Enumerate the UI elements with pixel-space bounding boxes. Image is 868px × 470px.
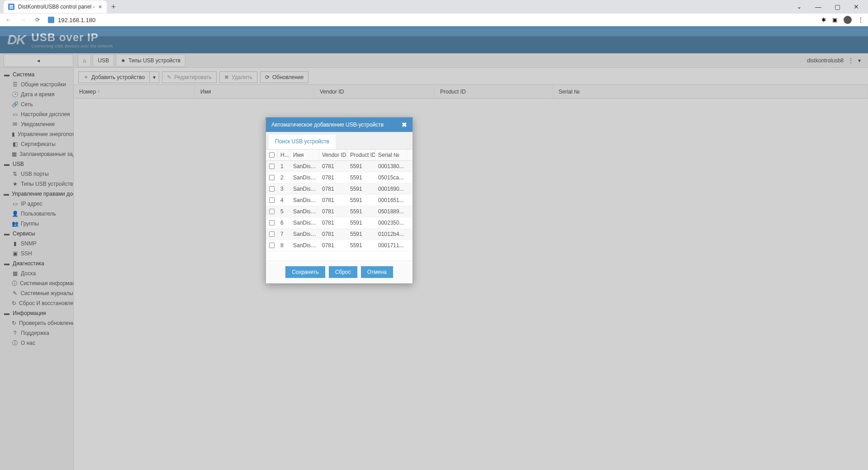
table-row[interactable]: 2SanDisk ...0781559105015ca... (266, 172, 413, 183)
sidebar-item-sysinfo[interactable]: ⓘСистемная информация (0, 278, 73, 288)
sidebar-item-ssh[interactable]: ▣SSH (0, 249, 73, 258)
col-product[interactable]: Product ID (435, 85, 553, 98)
row-checkbox[interactable] (266, 243, 278, 248)
sidebar-item-general[interactable]: ☰Общие настройки (0, 80, 73, 89)
address-bar: ← → ⟳ 192.168.1.180 ✱ ▣ ⋮ (0, 14, 868, 26)
table-row[interactable]: 6SanDisk ...078155910002350... (266, 217, 413, 229)
row-checkbox[interactable] (266, 164, 278, 169)
home-button[interactable]: ⌂ (78, 54, 91, 67)
cancel-button[interactable]: Отмена (361, 266, 393, 278)
sidebar-item-syslog[interactable]: ✎Системные журналы (0, 288, 73, 298)
id-icon: ▭ (12, 201, 18, 207)
menu-icon[interactable]: ⋮ (858, 17, 863, 23)
sidebar-group-system[interactable]: ▬Система (0, 70, 73, 80)
table-row[interactable]: 1SanDisk ...078155910001380... (266, 161, 413, 172)
table-row[interactable]: 8SanDisk ...078155910001711... (266, 240, 413, 251)
sidebar-group-usb[interactable]: ▬USB (0, 159, 73, 169)
row-checkbox[interactable] (266, 175, 278, 180)
reload-icon[interactable]: ⟳ (33, 16, 42, 24)
cell-name: SanDisk ... (290, 220, 319, 226)
row-checkbox[interactable] (266, 220, 278, 226)
breadcrumb-usb[interactable]: USB (93, 54, 114, 67)
sidebar-item-groups[interactable]: 👥Группы (0, 219, 73, 229)
back-icon[interactable]: ← (5, 16, 13, 24)
mcol-product[interactable]: Product ID (347, 150, 375, 160)
sidebar-group-access[interactable]: ▬Управление правами досту (0, 189, 73, 199)
sidebar-item-display[interactable]: ▭Настройки дисплея (0, 109, 73, 119)
new-tab-button[interactable]: + (111, 2, 116, 12)
site-info-icon[interactable] (48, 17, 54, 23)
sidebar-collapse-button[interactable]: ◂ (4, 54, 73, 67)
breadcrumb-types[interactable]: ★ Типы USB устройств (116, 54, 185, 67)
cell-vendor: 0781 (319, 208, 347, 215)
user-menu-icon[interactable]: ⋮ (848, 57, 854, 64)
sidebar-item-tasks[interactable]: ▦Запланированные задан (0, 149, 73, 159)
add-device-dropdown[interactable]: ▾ (149, 71, 159, 83)
sidebar-item-ip[interactable]: ▭IP адрес (0, 199, 73, 209)
sidebar-item-snmp[interactable]: ▮SNMP (0, 239, 73, 249)
checkbox-all[interactable] (269, 152, 275, 158)
tab-strip: DistKontrolUSB8 control panel - × + ⌄ — … (0, 0, 868, 14)
table-row[interactable]: 4SanDisk ...078155910001651... (266, 195, 413, 206)
sidebar-item-datetime[interactable]: 🕒Дата и время (0, 89, 73, 99)
tab-close-icon[interactable]: × (98, 3, 102, 10)
profile-avatar-icon[interactable] (844, 16, 852, 24)
sidebar-item-certs[interactable]: ◧Сертификаты (0, 139, 73, 149)
mcol-serial[interactable]: Serial № (375, 150, 407, 160)
modal-grid-header: Н... Имя Vendor ID Product ID Serial № (266, 149, 413, 161)
add-device-button[interactable]: ＋ Добавить устройство (78, 71, 149, 83)
modal-header[interactable]: Автоматическое добавление USB-устройств … (266, 118, 413, 132)
sidebar-item-board[interactable]: ▦Доска (0, 268, 73, 278)
sidebar-group-diag[interactable]: ▬Диагностика (0, 258, 73, 268)
update-icon: ↻ (12, 320, 16, 326)
refresh-button[interactable]: ⟳ Обновление (260, 71, 308, 83)
edit-button: ✎ Редактировать (162, 71, 217, 83)
mcol-number[interactable]: Н... (278, 150, 290, 160)
mcol-name[interactable]: Имя (290, 150, 319, 160)
sidebar-item-support[interactable]: ?Поддержка (0, 328, 73, 338)
minimize-icon[interactable]: — (810, 0, 826, 13)
col-name[interactable]: Имя (195, 85, 314, 98)
table-row[interactable]: 3SanDisk ...078155910001690... (266, 183, 413, 195)
reset-button[interactable]: Сброс (329, 266, 357, 278)
col-checkbox[interactable] (266, 150, 278, 160)
cell-serial: 0501889... (375, 208, 407, 215)
close-window-icon[interactable]: ✕ (848, 0, 864, 13)
forward-icon[interactable]: → (19, 16, 27, 24)
extensions-icon[interactable]: ✱ (821, 17, 826, 23)
col-serial[interactable]: Serial № (553, 85, 868, 98)
chevron-down-icon[interactable]: ▾ (858, 57, 861, 64)
sidebar-item-reset[interactable]: ↻Сброс И восстановление (0, 298, 73, 308)
sidebar-item-network[interactable]: 🔗Сеть (0, 99, 73, 109)
mcol-vendor[interactable]: Vendor ID (319, 150, 347, 160)
row-checkbox[interactable] (266, 209, 278, 214)
maximize-icon[interactable]: ▢ (829, 0, 845, 13)
sidebar-item-user[interactable]: 👤Пользователь (0, 209, 73, 219)
col-vendor[interactable]: Vendor ID (314, 85, 435, 98)
table-row[interactable]: 5SanDisk ...078155910501889... (266, 206, 413, 217)
table-row[interactable]: 7SanDisk ...0781559101012b4... (266, 229, 413, 240)
cell-product: 5591 (347, 186, 375, 192)
row-checkbox[interactable] (266, 186, 278, 192)
minus-icon: ▬ (4, 230, 10, 237)
sidebar-item-notify[interactable]: ✉Уведомление (0, 119, 73, 129)
row-checkbox[interactable] (266, 231, 278, 237)
sidebar-group-services[interactable]: ▬Сервисы (0, 229, 73, 239)
sidebar-group-info[interactable]: ▬Информация (0, 308, 73, 318)
modal-close-icon[interactable]: ✖ (402, 121, 407, 128)
sidepanel-icon[interactable]: ▣ (832, 17, 837, 23)
url-box[interactable]: 192.168.1.180 (48, 17, 815, 24)
sidebar-item-about[interactable]: ⓘО нас (0, 338, 73, 348)
sidebar-item-power[interactable]: ▮Управление энергопотр (0, 129, 73, 139)
sidebar-item-usb-types[interactable]: ★Типы USB устройств (0, 179, 73, 189)
row-checkbox[interactable] (266, 197, 278, 203)
tabs-dropdown-icon[interactable]: ⌄ (791, 0, 807, 13)
col-number[interactable]: Номер↑ (74, 85, 195, 98)
sidebar-item-updates[interactable]: ↻Проверить обновления (0, 318, 73, 328)
minus-icon: ▬ (4, 260, 10, 267)
save-button[interactable]: Сохранить (285, 266, 325, 278)
browser-tab[interactable]: DistKontrolUSB8 control panel - × (4, 0, 107, 13)
modal-tab-search[interactable]: Поиск USB устройств (269, 135, 336, 149)
sidebar-item-usb-ports[interactable]: ⇅USB порты (0, 169, 73, 179)
cell-serial: 01012b4... (375, 231, 407, 237)
